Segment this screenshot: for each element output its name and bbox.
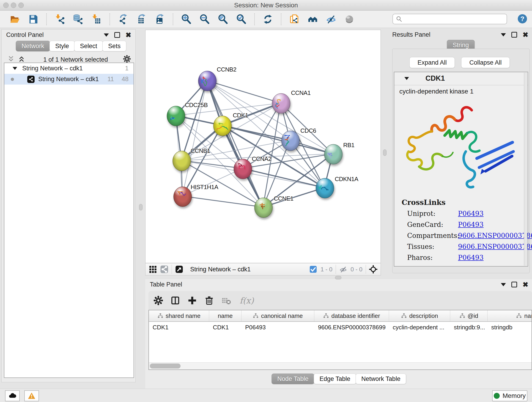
network-node-cdk1[interactable] (213, 116, 232, 136)
panel-menu-icon[interactable] (104, 33, 109, 37)
table-options-gear-icon[interactable] (153, 296, 163, 305)
panel-close-icon[interactable]: ✖ (523, 32, 528, 38)
search-box[interactable] (393, 14, 507, 24)
tab-network[interactable]: Network (16, 41, 50, 51)
zoom-fit-button[interactable] (218, 14, 228, 25)
tab-select[interactable]: Select (74, 41, 103, 51)
column-header-database-identifier[interactable]: database identifier (314, 310, 389, 321)
warnings-button[interactable] (24, 390, 39, 401)
import-table-file-button[interactable] (91, 14, 102, 25)
zoom-in-button[interactable] (181, 14, 191, 25)
export-image-button[interactable] (154, 14, 165, 25)
network-node-rb1[interactable] (324, 144, 342, 164)
network-node-ccne1[interactable] (254, 198, 273, 218)
panel-float-icon[interactable] (511, 282, 517, 287)
scrollbar-thumb[interactable] (150, 364, 181, 369)
network-canvas[interactable]: CCNB2CCNA1CDC25BCDK1CDC6RB1CCNB1CCNA2CDK… (145, 30, 381, 263)
network-node-ccna2[interactable] (234, 159, 252, 179)
export-network-button[interactable] (118, 14, 128, 25)
panel-close-icon[interactable]: ✖ (523, 281, 528, 288)
show-columns-icon[interactable] (171, 296, 180, 305)
import-network-file-button[interactable] (55, 14, 65, 25)
table-horizontal-scrollbar[interactable] (149, 362, 532, 370)
gene-collapse-icon[interactable] (404, 77, 409, 80)
window-close-button[interactable] (3, 2, 9, 8)
crosslink-link[interactable]: 9606.ENSP00000378699 (458, 232, 532, 240)
splitter-handle[interactable] (139, 204, 143, 211)
panel-menu-icon[interactable] (501, 283, 506, 286)
column-header-id[interactable]: @id (450, 310, 488, 321)
network-collection-row[interactable]: String Network – cdk1 1 (4, 63, 133, 74)
birds-eye-view-icon[interactable] (149, 265, 157, 274)
network-node-cdc25b[interactable] (167, 106, 185, 126)
delete-column-trash-icon[interactable] (204, 296, 214, 305)
tab-sets[interactable]: Sets (102, 41, 126, 51)
network-node-cdc6[interactable] (281, 131, 300, 151)
table-row[interactable]: CDK1CDK1P064939606.ENSP00000378699cyclin… (149, 322, 532, 333)
zoom-selected-button[interactable] (236, 14, 247, 25)
memory-button[interactable]: Memory (492, 390, 527, 401)
column-header-namespace[interactable]: namespace (488, 310, 532, 321)
collapse-all-button[interactable]: Collapse All (461, 57, 510, 68)
search-input[interactable] (404, 15, 507, 23)
save-session-button[interactable] (28, 14, 38, 25)
table-cell[interactable]: 9606.ENSP00000378699 (314, 324, 389, 331)
table-cell[interactable]: CDK1 (149, 324, 209, 331)
import-network-database-button[interactable] (73, 14, 83, 25)
crosslink-link[interactable]: 9606.ENSP00000378699 (458, 243, 532, 250)
expand-all-button[interactable]: Expand All (409, 57, 455, 68)
zoom-out-button[interactable] (199, 14, 210, 25)
create-column-plus-icon[interactable] (187, 296, 197, 305)
table-cell[interactable]: cyclin-dependent ... (389, 324, 450, 331)
network-node-ccnb1[interactable] (172, 151, 191, 171)
network-type-icon[interactable] (160, 265, 168, 274)
fit-content-crosshair-icon[interactable] (369, 265, 377, 274)
window-minimize-button[interactable] (11, 2, 16, 8)
table-cell[interactable]: CDK1 (209, 324, 241, 331)
network-node-hist1h1a[interactable] (173, 186, 192, 207)
table-cell[interactable]: stringdb:9... (450, 324, 488, 331)
column-header-canonical-name[interactable]: canonical name (241, 310, 314, 321)
crosslink-link[interactable]: P06493 (458, 254, 484, 262)
hidden-eye-icon[interactable] (339, 265, 347, 274)
delete-table-icon[interactable] (221, 296, 231, 305)
table-cell[interactable]: P06493 (241, 324, 314, 331)
export-table-button[interactable] (136, 14, 147, 25)
panel-float-icon[interactable] (511, 32, 517, 38)
selected-checkbox-icon[interactable] (309, 265, 317, 274)
function-builder-icon[interactable]: f(x) (240, 296, 254, 305)
show-graphics-button[interactable] (344, 14, 355, 25)
open-session-button[interactable] (10, 14, 20, 25)
table-cell[interactable]: stringdb (488, 324, 532, 331)
network-node-cdkn1a[interactable] (316, 178, 334, 198)
gene-header-row[interactable]: CDK1 (394, 72, 528, 85)
tab-edge-table[interactable]: Edge Table (314, 374, 356, 384)
splitter-handle[interactable] (383, 149, 386, 156)
open-in-new-window-icon[interactable] (175, 265, 183, 274)
first-neighbors-button[interactable] (307, 14, 318, 25)
cloud-status-button[interactable] (5, 390, 20, 401)
column-header-shared-name[interactable]: shared name (149, 310, 209, 321)
network-row[interactable]: String Network – cdk1 1148 (4, 74, 133, 85)
update-view-button[interactable] (263, 14, 273, 25)
tab-node-table[interactable]: Node Table (272, 374, 314, 384)
column-header-description[interactable]: description (389, 310, 450, 321)
panel-float-icon[interactable] (114, 32, 120, 38)
crosslink-link[interactable]: P06493 (458, 210, 484, 217)
network-node-ccna1[interactable] (272, 93, 290, 114)
help-button[interactable]: ? (516, 13, 528, 25)
column-header-name[interactable]: name (209, 310, 241, 321)
splitter-handle[interactable] (335, 276, 341, 279)
panel-menu-icon[interactable] (501, 33, 506, 36)
window-zoom-button[interactable] (18, 2, 24, 8)
panel-close-icon[interactable]: ✖ (126, 32, 131, 38)
clone-network-button[interactable] (289, 14, 300, 25)
collection-expander-icon[interactable] (13, 67, 17, 70)
tab-style[interactable]: Style (50, 41, 75, 51)
results-scrollbar[interactable] (524, 73, 527, 266)
crosslink-link[interactable]: P06493 (458, 221, 484, 229)
hide-graphics-icon (326, 14, 336, 25)
hide-graphics-button[interactable] (326, 14, 336, 25)
tab-network-table[interactable]: Network Table (355, 374, 406, 384)
network-node-ccnb2[interactable] (198, 71, 216, 91)
